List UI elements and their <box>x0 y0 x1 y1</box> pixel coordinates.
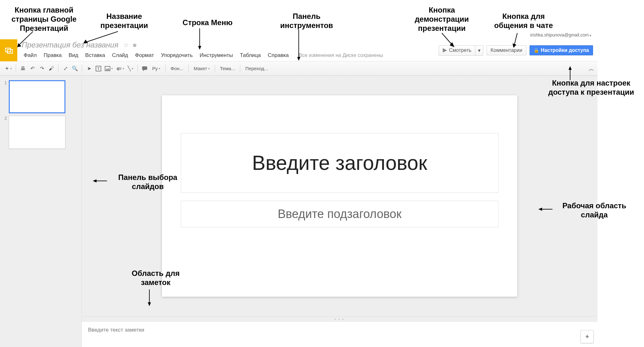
google-slides-app: irishka.shipunova@gmail.com Презентация … <box>0 39 597 347</box>
play-icon <box>443 48 447 53</box>
lock-icon: 🔒 <box>534 48 539 53</box>
share-label: Настройки доступа <box>541 48 589 53</box>
svg-rect-27 <box>119 67 121 70</box>
menu-tools[interactable]: Инструменты <box>197 51 236 60</box>
undo-button[interactable]: ↶ <box>28 64 37 73</box>
slide-thumb-2[interactable]: 2 <box>0 115 81 150</box>
annotation-workarea: Рабочая область слайда <box>553 201 635 220</box>
svg-marker-17 <box>538 208 542 211</box>
menu-insert[interactable]: Вставка <box>82 51 108 60</box>
slide-thumbnail[interactable] <box>9 80 65 113</box>
comments-button[interactable]: Комментарии <box>486 45 526 55</box>
svg-rect-28 <box>142 66 147 70</box>
select-tool[interactable]: ➤ <box>85 64 93 73</box>
svg-marker-7 <box>297 57 300 61</box>
zoom-button[interactable]: 🔍 <box>70 64 79 73</box>
menu-bar: Файл Правка Вид Вставка Слайд Формат Упо… <box>20 51 439 60</box>
svg-marker-15 <box>93 179 97 182</box>
paint-format-button[interactable]: 🖌 <box>47 64 56 73</box>
line-tool[interactable]: ╲ <box>126 64 135 73</box>
separator <box>82 64 82 73</box>
separator <box>240 64 240 73</box>
transition-button[interactable]: Переход... <box>243 64 270 73</box>
arrow-icon <box>198 28 201 50</box>
present-options-dropdown[interactable]: ▾ <box>475 45 483 56</box>
menu-slide[interactable]: Слайд <box>109 51 131 60</box>
separator <box>215 64 215 73</box>
svg-marker-25 <box>106 68 109 70</box>
explore-button[interactable]: ✦ <box>580 330 594 343</box>
move-to-folder-icon[interactable]: ■ <box>133 42 136 49</box>
separator <box>58 64 58 73</box>
svg-line-10 <box>514 33 517 46</box>
slide-number: 1 <box>3 80 9 113</box>
svg-marker-11 <box>513 43 516 48</box>
annotation-notes: Область для заметок <box>119 269 192 287</box>
textbox-tool[interactable]: T <box>94 64 103 73</box>
separator <box>165 64 166 73</box>
menu-table[interactable]: Таблица <box>237 51 264 60</box>
svg-marker-19 <box>148 302 151 306</box>
annotation-home-button: Кнопка главной страницы Google Презентац… <box>3 6 85 33</box>
shape-tool[interactable] <box>115 64 125 73</box>
arrow-icon <box>148 289 151 307</box>
arrow-icon <box>82 30 119 46</box>
title-placeholder[interactable]: Введите заголовок <box>181 133 498 193</box>
collapse-toolbar-button[interactable]: ︽ <box>589 65 594 72</box>
redo-button[interactable]: ↷ <box>37 64 46 73</box>
font-family-selector[interactable]: Ру <box>150 64 163 73</box>
menu-help[interactable]: Справка <box>265 51 292 60</box>
menu-file[interactable]: Файл <box>20 51 40 60</box>
arrow-icon <box>297 30 300 61</box>
separator <box>16 64 16 73</box>
shape-icon <box>116 66 122 71</box>
zoom-fit-button[interactable]: ⤢ <box>61 64 70 73</box>
arrow-icon <box>440 31 456 49</box>
new-slide-button[interactable]: ＋ <box>3 64 13 73</box>
add-comment-button[interactable] <box>140 64 149 73</box>
user-email[interactable]: irishka.shipunova@gmail.com <box>530 32 591 37</box>
slide-thumb-1[interactable]: 1 <box>0 79 81 115</box>
star-icon[interactable]: ☆ <box>123 41 129 49</box>
canvas-area: Введите заголовок Введите подзаголовок •… <box>82 76 597 347</box>
arrow-icon <box>538 208 554 211</box>
menu-view[interactable]: Вид <box>65 51 81 60</box>
slides-home-button[interactable] <box>0 39 17 61</box>
speaker-notes[interactable]: Введите текст заметки <box>82 322 597 347</box>
header-main: Презентация без названия ☆ ■ Файл Правка… <box>17 39 439 60</box>
svg-text:T: T <box>97 66 100 71</box>
svg-rect-20 <box>5 48 10 52</box>
annotation-menu-bar: Строка Меню <box>176 18 239 27</box>
annotation-filmstrip: Панель выбора слайдов <box>107 173 189 191</box>
print-button[interactable]: 🖶 <box>19 64 27 73</box>
annotation-toolbar: Панель инструментов <box>267 12 346 30</box>
arrow-icon <box>93 179 108 182</box>
svg-marker-29 <box>143 70 145 71</box>
arrow-icon <box>513 31 519 49</box>
layout-button[interactable]: Макет <box>191 64 212 73</box>
menu-edit[interactable]: Правка <box>41 51 65 60</box>
slide-number: 2 <box>3 116 9 149</box>
slide-canvas[interactable]: Введите заголовок Введите подзаголовок <box>162 95 517 297</box>
image-tool[interactable] <box>103 64 114 73</box>
svg-line-0 <box>18 31 33 46</box>
filmstrip[interactable]: 1 2 <box>0 76 82 347</box>
notes-drag-handle[interactable]: • • • <box>82 316 597 322</box>
subtitle-placeholder[interactable]: Введите подзаголовок <box>181 201 498 227</box>
theme-button[interactable]: Тема... <box>218 64 238 73</box>
annotation-present: Кнопка демонстрации презентации <box>406 6 478 33</box>
menu-arrange[interactable]: Упорядочить <box>158 51 196 60</box>
slides-logo-icon <box>4 46 13 55</box>
menu-format[interactable]: Формат <box>132 51 157 60</box>
body: 1 2 Введите заголовок Введите подзаголов… <box>0 76 597 347</box>
svg-marker-1 <box>17 43 21 47</box>
background-button[interactable]: Фон... <box>168 64 186 73</box>
svg-marker-13 <box>569 66 572 70</box>
comment-icon <box>142 66 147 71</box>
annotation-chat: Кнопка для общения в чате <box>487 12 560 30</box>
slide-thumbnail[interactable] <box>9 116 65 149</box>
share-button[interactable]: 🔒 Настройки доступа <box>530 45 593 55</box>
toolbar: ＋ 🖶 ↶ ↷ 🖌 ⤢ 🔍 ➤ T ╲ Ру Фон... Макет Тема… <box>0 61 597 76</box>
save-status: Все изменения на Диске сохранены <box>299 53 383 58</box>
annotation-share: Кнопка для настроек доступа к презентаци… <box>547 79 635 97</box>
